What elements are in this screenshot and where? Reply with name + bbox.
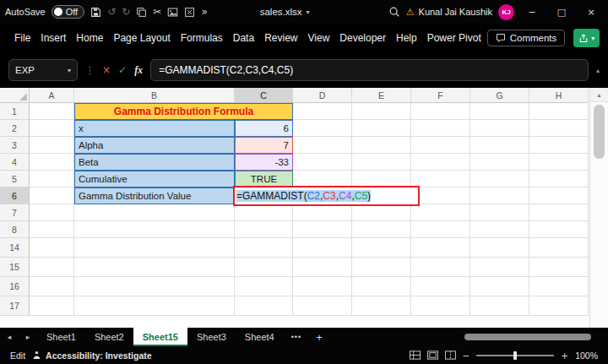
cell[interactable] bbox=[293, 277, 352, 296]
cell[interactable] bbox=[529, 103, 589, 120]
cell[interactable] bbox=[470, 103, 529, 120]
cell[interactable] bbox=[411, 120, 470, 137]
row-header-17[interactable]: 17 bbox=[0, 296, 30, 316]
cell-c5[interactable]: TRUE bbox=[235, 171, 293, 187]
scissors-icon[interactable]: ✂ bbox=[153, 7, 161, 17]
cell-b3[interactable]: Alpha bbox=[74, 137, 235, 154]
cell[interactable] bbox=[470, 137, 529, 154]
cell[interactable] bbox=[235, 204, 293, 221]
maximize-button[interactable]: □ bbox=[550, 7, 573, 18]
row-header-14[interactable]: 14 bbox=[0, 238, 30, 258]
row-header-7[interactable]: 7 bbox=[0, 204, 30, 221]
sheet-tab-sheet3[interactable]: Sheet3 bbox=[187, 328, 236, 346]
cell[interactable] bbox=[352, 137, 411, 154]
vertical-scrollbar-thumb[interactable] bbox=[594, 105, 605, 159]
cell[interactable] bbox=[352, 171, 411, 187]
confirm-entry-button[interactable]: ✓ bbox=[118, 64, 127, 76]
accessibility-checker[interactable]: Accessibility: Investigate bbox=[32, 350, 151, 361]
cell[interactable] bbox=[30, 120, 74, 137]
image-icon[interactable] bbox=[167, 7, 178, 18]
cell[interactable] bbox=[235, 221, 293, 238]
horizontal-scrollbar[interactable] bbox=[341, 328, 596, 346]
cell[interactable] bbox=[470, 277, 529, 296]
cell[interactable] bbox=[74, 277, 235, 296]
cell[interactable] bbox=[529, 171, 589, 187]
cell[interactable] bbox=[30, 296, 74, 316]
cell[interactable] bbox=[30, 137, 74, 154]
zoom-level[interactable]: 100% bbox=[575, 350, 598, 361]
column-header-g[interactable]: G bbox=[470, 88, 529, 103]
row-header-3[interactable]: 3 bbox=[0, 137, 30, 154]
minimize-button[interactable]: ─ bbox=[520, 7, 544, 18]
cell[interactable] bbox=[529, 187, 589, 204]
normal-view-icon[interactable] bbox=[410, 350, 421, 360]
cell[interactable] bbox=[470, 258, 529, 277]
toolbar-overflow-icon[interactable]: » bbox=[201, 7, 207, 17]
avatar[interactable]: KJ bbox=[498, 4, 514, 20]
cell[interactable] bbox=[470, 204, 529, 221]
column-header-e[interactable]: E bbox=[352, 88, 411, 103]
cell[interactable] bbox=[235, 238, 293, 258]
cell[interactable] bbox=[293, 103, 352, 120]
cell[interactable] bbox=[411, 258, 470, 277]
cell[interactable] bbox=[411, 187, 470, 204]
row-header-6[interactable]: 6 bbox=[0, 187, 30, 204]
cancel-entry-button[interactable]: × bbox=[102, 64, 111, 76]
tab-nav-left-icon[interactable]: ◂ bbox=[0, 328, 19, 346]
cell[interactable] bbox=[352, 258, 411, 277]
cell[interactable] bbox=[411, 103, 470, 120]
tab-nav-right-icon[interactable]: ▸ bbox=[19, 328, 37, 346]
cell[interactable] bbox=[529, 221, 589, 238]
menu-item-view[interactable]: View bbox=[304, 28, 334, 48]
cell[interactable] bbox=[293, 296, 352, 316]
cell[interactable] bbox=[293, 204, 352, 221]
cell[interactable] bbox=[74, 296, 235, 316]
add-sheet-button[interactable]: + bbox=[309, 328, 329, 346]
cell[interactable] bbox=[529, 154, 589, 171]
sheet-tab-sheet1[interactable]: Sheet1 bbox=[37, 328, 85, 346]
cell[interactable] bbox=[74, 221, 235, 238]
cell[interactable] bbox=[30, 258, 74, 277]
row-header-1[interactable]: 1 bbox=[0, 103, 30, 120]
horizontal-scrollbar-thumb[interactable] bbox=[464, 334, 591, 340]
cell[interactable] bbox=[411, 238, 470, 258]
cell[interactable] bbox=[470, 221, 529, 238]
close-button[interactable]: × bbox=[579, 7, 603, 18]
cell[interactable] bbox=[529, 238, 589, 258]
cell[interactable] bbox=[352, 296, 411, 316]
search-icon[interactable] bbox=[388, 6, 400, 18]
app-launcher-icon[interactable] bbox=[184, 7, 195, 18]
cell[interactable] bbox=[30, 238, 74, 258]
cell[interactable] bbox=[411, 296, 470, 316]
column-header-d[interactable]: D bbox=[293, 88, 352, 103]
cell[interactable] bbox=[411, 171, 470, 187]
cell[interactable] bbox=[74, 258, 235, 277]
cell-b4[interactable]: Beta bbox=[74, 154, 235, 171]
redo-icon[interactable]: ↻ bbox=[122, 7, 130, 17]
cell-c3[interactable]: 7 bbox=[235, 137, 293, 154]
cell[interactable] bbox=[352, 120, 411, 137]
cell[interactable] bbox=[293, 154, 352, 171]
page-layout-view-icon[interactable] bbox=[427, 350, 438, 360]
cell[interactable] bbox=[470, 171, 529, 187]
save-icon[interactable] bbox=[90, 7, 101, 18]
undo-icon[interactable]: ↺ bbox=[107, 7, 116, 17]
cell[interactable] bbox=[293, 171, 352, 187]
menu-item-developer[interactable]: Developer bbox=[335, 28, 390, 48]
cell[interactable] bbox=[30, 277, 74, 296]
cell[interactable] bbox=[411, 137, 470, 154]
cell[interactable] bbox=[30, 171, 74, 187]
zoom-out-button[interactable]: − bbox=[463, 350, 470, 361]
row-header-8[interactable]: 8 bbox=[0, 221, 30, 238]
column-header-b[interactable]: B bbox=[74, 88, 235, 103]
cell[interactable] bbox=[529, 258, 589, 277]
row-header-4[interactable]: 4 bbox=[0, 154, 30, 171]
account-menu[interactable]: ⚠ Kunal Jai Kaushik bbox=[406, 7, 492, 18]
cell-c2[interactable]: 6 bbox=[235, 120, 293, 137]
cell[interactable] bbox=[235, 277, 293, 296]
cell-b2[interactable]: x bbox=[74, 120, 235, 137]
cell[interactable] bbox=[30, 103, 74, 120]
collapse-formula-bar-icon[interactable]: ▴ bbox=[596, 67, 600, 74]
cell[interactable] bbox=[30, 221, 74, 238]
menu-item-home[interactable]: Home bbox=[72, 28, 107, 48]
